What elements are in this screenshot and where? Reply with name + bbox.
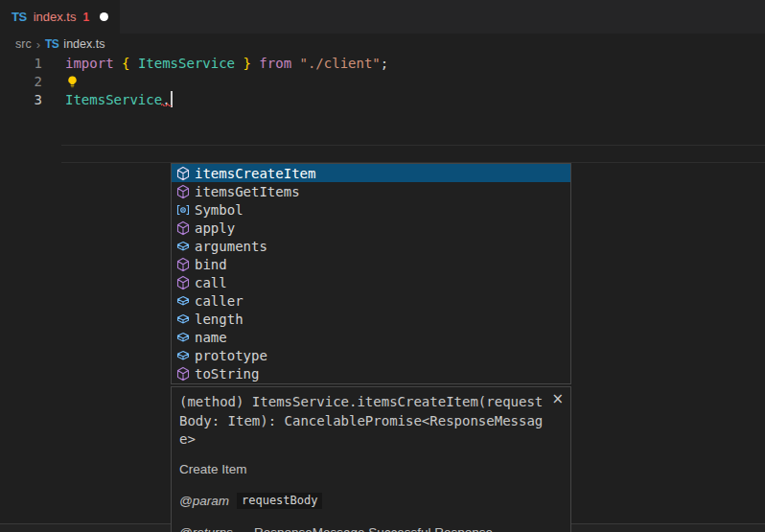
line-content [65,73,80,91]
suggest-item-label: apply [195,220,235,236]
suggest-item[interactable]: arguments [172,237,570,255]
intellisense-suggest-widget: itemsCreateItemitemsGetItemsSymbolapplya… [171,163,571,384]
modified-indicator-icon[interactable] [100,12,108,21]
suggest-item[interactable]: bind [172,255,570,273]
line-content: import { ItemsService } from "./client"; [65,55,388,73]
code-lines: 1import { ItemsService } from "./client"… [0,55,765,109]
code-token [129,56,137,71]
doc-param-chip: requestBody [237,493,322,509]
suggest-item-label: prototype [195,348,267,363]
doc-tag: @paramrequestBody [179,493,563,509]
field-icon [175,239,191,254]
code-token: } [243,56,250,71]
tab-bar: TS index.ts 1 [0,0,765,34]
doc-tag-name: @returns [179,525,233,532]
code-token: ItemsService [65,92,162,107]
suggest-item-label: length [195,312,243,327]
typescript-file-icon: TS [45,37,58,51]
line-number: 2 [0,73,42,91]
doc-summary: Create Item [179,462,563,476]
code-line[interactable]: 3ItemsService. [0,91,765,109]
code-token: ItemsService [138,56,235,71]
chevron-right-icon: › [36,37,40,52]
suggest-item[interactable]: name [172,329,570,347]
field-icon [175,330,191,345]
breadcrumb-folder[interactable]: src [15,37,32,51]
suggest-item[interactable]: apply [172,219,570,237]
lightbulb-icon[interactable] [65,75,80,89]
code-token [291,56,299,71]
signature-line: e> [179,430,563,450]
field-icon [175,348,191,363]
error-squiggle [161,93,172,111]
suggest-item-label: bind [195,257,227,272]
code-token: from [259,56,291,71]
code-token: ; [381,56,388,71]
doc-tag-text: — ResponseMessage Successful Response [238,525,493,532]
breadcrumb-file[interactable]: index.ts [63,37,104,51]
suggest-item[interactable]: Symbol [172,200,570,219]
suggest-item-label: arguments [195,239,267,254]
method-icon [175,366,191,382]
doc-tag-name: @param [179,494,229,508]
code-token: "./client" [300,56,381,71]
method-icon [175,257,191,272]
suggest-item[interactable]: itemsGetItems [172,182,570,200]
suggest-item-label: name [195,330,227,345]
suggest-item[interactable]: caller [172,292,570,311]
line-content: ItemsService. [65,91,173,109]
method-icon [175,184,191,199]
code-editor[interactable]: 1import { ItemsService } from "./client"… [0,55,765,522]
suggest-docs-panel: × (method) ItemsService.itemsCreateItem(… [171,386,571,532]
method-icon [175,275,191,290]
line-number: 1 [0,55,42,73]
tab-error-badge: 1 [82,11,89,24]
doc-tags: @paramrequestBody@returns— ResponseMessa… [179,493,563,532]
tab-label: index.ts [34,10,77,24]
line-number: 3 [0,91,42,109]
breadcrumb: src › TS index.ts [0,34,765,55]
method-icon [175,166,191,181]
suggest-item-label: call [195,275,227,290]
signature-line: (method) ItemsService.itemsCreateItem(re… [179,393,563,412]
typescript-file-icon: TS [12,10,27,24]
field-icon [175,312,191,327]
code-token: import [65,56,114,71]
close-icon[interactable]: × [551,390,564,407]
symbol-icon [175,202,191,218]
code-token [114,56,122,71]
method-icon [175,220,191,236]
suggest-item[interactable]: length [172,311,570,329]
doc-tag: @returns— ResponseMessage Successful Res… [179,525,563,532]
code-line[interactable]: 2 [0,73,765,91]
suggest-item-label: toString [195,366,259,382]
suggest-item[interactable]: toString [172,365,570,383]
suggest-item[interactable]: call [172,273,570,291]
suggest-item[interactable]: prototype [172,347,570,365]
signature-line: Body: Item): CancelablePromise<ResponseM… [179,412,563,431]
suggest-item-label: caller [195,293,243,309]
tab-index-ts[interactable]: TS index.ts 1 [0,0,120,34]
suggest-item-label: itemsCreateItem [195,166,315,181]
current-line-highlight [61,145,765,163]
code-line[interactable]: 1import { ItemsService } from "./client"… [0,55,765,73]
field-icon [175,293,191,309]
suggest-item-label: itemsGetItems [195,184,300,199]
suggest-item-label: Symbol [195,202,243,218]
suggest-item[interactable]: itemsCreateItem [172,164,570,182]
